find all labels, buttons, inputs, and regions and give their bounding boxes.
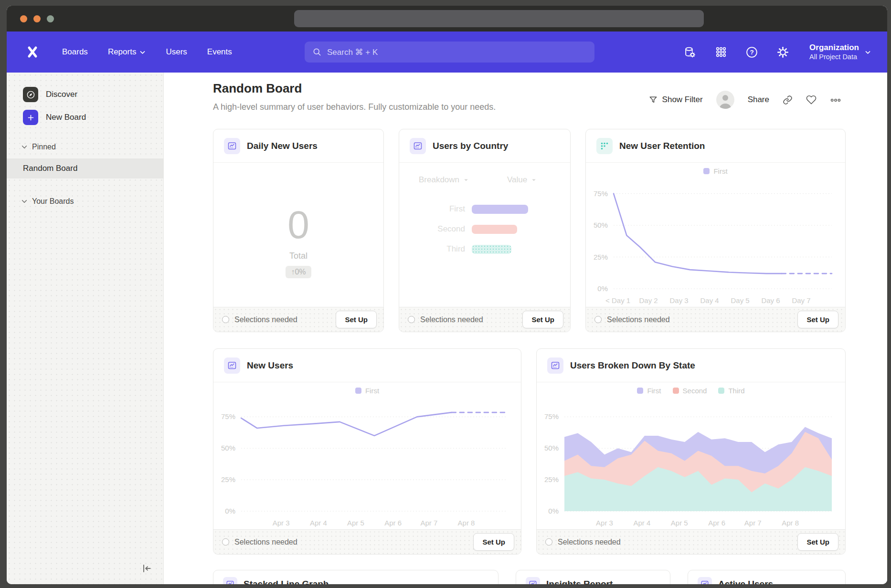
- card-title: Users by Country: [433, 141, 508, 151]
- line-chart-icon: [526, 577, 540, 584]
- card-footer: Selections needed Set Up: [213, 529, 521, 554]
- nav-item-label: Events: [207, 47, 232, 57]
- card-users-by-state: Users Broken Down By State First Second: [536, 348, 846, 555]
- org-switcher[interactable]: Organization All Project Data: [809, 42, 871, 62]
- data-management-icon[interactable]: [683, 46, 696, 59]
- card-header: New User Retention: [586, 129, 845, 163]
- line-chart-icon: [698, 577, 712, 584]
- line-chart-icon: [224, 138, 240, 154]
- svg-text:Day 2: Day 2: [639, 296, 658, 304]
- svg-text:0%: 0%: [548, 507, 559, 515]
- more-options-button[interactable]: [830, 94, 841, 105]
- nav-item-reports[interactable]: Reports: [108, 47, 146, 57]
- card-title: Daily New Users: [247, 141, 318, 151]
- ellipsis-icon: [830, 94, 841, 105]
- nav-item-label: Reports: [108, 47, 137, 57]
- bar-third[interactable]: [472, 245, 511, 254]
- legend-swatch: [355, 388, 361, 394]
- legend-swatch: [703, 168, 710, 174]
- copy-link-button[interactable]: [783, 95, 793, 105]
- card-new-users: New Users First 75%50%25%0%Apr 3Apr 4Apr…: [213, 348, 521, 555]
- legend-item-first: First: [637, 387, 661, 395]
- set-up-button[interactable]: Set Up: [473, 533, 514, 551]
- window-minimize-button[interactable]: [33, 15, 41, 22]
- bar-row: Third: [399, 239, 570, 259]
- bar-second[interactable]: [472, 225, 517, 234]
- board-description[interactable]: A high-level summary of user behaviors. …: [213, 102, 496, 112]
- svg-text:Day 3: Day 3: [670, 296, 689, 304]
- bar-label: Third: [399, 244, 472, 254]
- page-title: Random Board: [213, 81, 302, 96]
- mixpanel-logo[interactable]: [26, 45, 40, 59]
- legend-label: First: [713, 167, 727, 175]
- legend-item-third: Third: [718, 387, 744, 395]
- browser-window: Boards Reports Users Events Search ⌘ + K: [7, 6, 887, 584]
- nav-item-events[interactable]: Events: [207, 47, 232, 57]
- metric-label: Total: [289, 251, 308, 261]
- window-close-button[interactable]: [20, 15, 27, 22]
- search-input[interactable]: Search ⌘ + K: [305, 42, 594, 63]
- card-header: Active Users: [688, 570, 845, 584]
- line-chart-icon: [410, 138, 426, 154]
- svg-text:50%: 50%: [594, 221, 608, 229]
- show-filter-label: Show Filter: [662, 95, 703, 105]
- settings-gear-icon[interactable]: [776, 46, 789, 59]
- sidebar-item-new-board[interactable]: New Board: [7, 106, 163, 129]
- sidebar-item-label: Random Board: [23, 164, 77, 173]
- sidebar-collapse-button[interactable]: [140, 562, 153, 577]
- sidebar-item-discover[interactable]: Discover: [7, 83, 163, 106]
- nav-item-users[interactable]: Users: [166, 47, 187, 57]
- breakdown-dropdown[interactable]: Breakdown: [419, 175, 469, 185]
- legend-label: Second: [683, 387, 707, 395]
- share-button[interactable]: Share: [748, 95, 769, 105]
- apps-grid-icon[interactable]: [714, 46, 727, 59]
- dropdown-label: Breakdown: [419, 175, 459, 185]
- bar-first[interactable]: [472, 205, 528, 214]
- card-header: Users Broken Down By State: [537, 349, 845, 382]
- card-header: New Users: [213, 349, 521, 382]
- card-new-user-retention: New User Retention First 75%50%25%0%< Da…: [585, 129, 846, 332]
- set-up-button[interactable]: Set Up: [522, 311, 563, 328]
- svg-text:75%: 75%: [544, 412, 559, 420]
- retention-line-chart: 75%50%25%0%< Day 1Day 2Day 3Day 4Day 5Da…: [586, 179, 845, 307]
- chevron-down-icon: [21, 144, 28, 150]
- address-bar[interactable]: [294, 10, 704, 27]
- svg-text:Apr 6: Apr 6: [384, 519, 402, 527]
- chart-legend: First: [213, 382, 521, 399]
- metric-delta-badge: ↑0%: [286, 266, 311, 278]
- card-header: Daily New Users: [213, 129, 383, 163]
- card-footer: Selections needed Set Up: [399, 307, 570, 332]
- card-header: Stacked Line Graph: [213, 570, 498, 584]
- card-title: New User Retention: [619, 141, 705, 151]
- legend-label: First: [365, 387, 379, 395]
- link-icon: [783, 95, 793, 105]
- new-users-line-chart: 75%50%25%0%Apr 3Apr 4Apr 5Apr 6Apr 7Apr …: [213, 399, 521, 529]
- sidebar-item-label: New Board: [46, 113, 86, 122]
- chevron-down-icon: [463, 177, 469, 183]
- retention-grid-icon: [596, 138, 613, 154]
- nav-item-boards[interactable]: Boards: [62, 47, 88, 57]
- sidebar-item-random-board[interactable]: Random Board: [7, 158, 163, 178]
- svg-text:50%: 50%: [221, 444, 235, 452]
- avatar[interactable]: [716, 91, 734, 109]
- line-chart-icon: [223, 577, 237, 584]
- window-zoom-button[interactable]: [47, 15, 54, 22]
- chevron-down-icon: [865, 49, 871, 55]
- svg-text:Apr 7: Apr 7: [744, 519, 762, 527]
- sidebar-section-your-boards[interactable]: Your Boards: [21, 197, 74, 206]
- chevron-down-icon: [21, 198, 28, 205]
- card-title: Active Users: [718, 579, 773, 584]
- dropdown-label: Value: [507, 175, 527, 185]
- sidebar-section-pinned[interactable]: Pinned: [21, 143, 56, 151]
- help-icon[interactable]: ?: [745, 46, 758, 59]
- bar-row: First: [399, 199, 570, 219]
- sidebar-section-label: Your Boards: [32, 197, 74, 206]
- set-up-button[interactable]: Set Up: [797, 533, 838, 551]
- value-dropdown[interactable]: Value: [507, 175, 537, 185]
- legend-label: Third: [728, 387, 744, 395]
- favorite-button[interactable]: [806, 94, 817, 105]
- chevron-down-icon: [139, 49, 146, 55]
- show-filter-button[interactable]: Show Filter: [648, 95, 703, 105]
- svg-text:75%: 75%: [221, 412, 235, 420]
- set-up-button[interactable]: Set Up: [797, 311, 838, 328]
